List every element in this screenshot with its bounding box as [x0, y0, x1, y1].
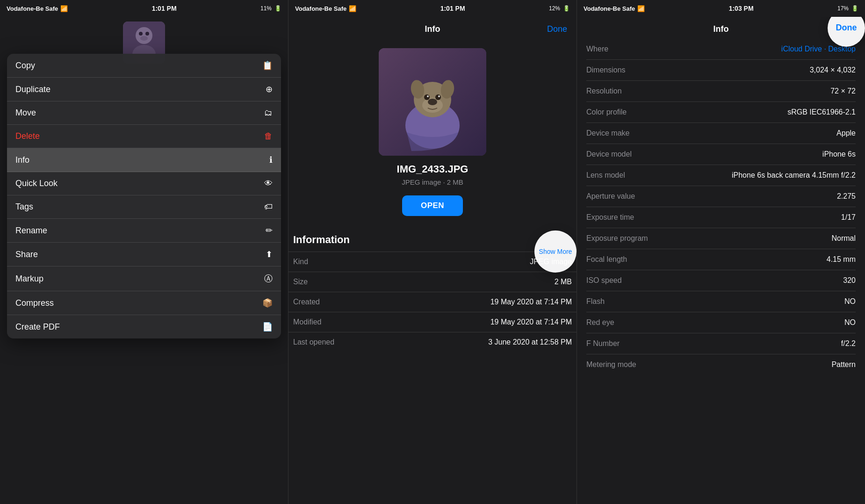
menu-label-tags: Tags	[15, 202, 33, 212]
detail-row: ISO speed320	[586, 270, 856, 291]
svg-point-17	[427, 95, 429, 97]
detail-row: Aperture value2.275	[586, 186, 856, 207]
svg-point-16	[435, 94, 441, 100]
menu-item-compress[interactable]: Compress📦	[7, 291, 281, 315]
detail-row: Device modeliPhone 6s	[586, 144, 856, 165]
info-row: KindJPEG image	[288, 252, 577, 272]
info-row: Last opened3 June 2020 at 12:58 PM	[288, 332, 577, 352]
carrier-3: Vodafone-Be Safe 📶	[584, 5, 645, 12]
detail-value: iPhone 6s back camera 4.15mm f/2.2	[709, 171, 856, 180]
detail-value: iCloud Drive · Desktop	[709, 45, 856, 53]
detail-value: NO	[709, 297, 856, 306]
file-image	[379, 48, 486, 156]
info-row-label: Last opened	[293, 338, 432, 346]
file-preview: IMG_2433.JPG JPEG image · 2 MB OPEN	[288, 39, 577, 234]
detail-value: sRGB IEC61966-2.1	[709, 108, 856, 116]
detail-label: F Number	[586, 339, 709, 348]
menu-icon-createpdf: 📄	[262, 322, 273, 332]
menu-item-quicklook[interactable]: Quick Look👁	[7, 172, 281, 195]
nav-bar-2: Info Done	[288, 17, 577, 39]
menu-label-createpdf: Create PDF	[15, 322, 60, 332]
detail-label: ISO speed	[586, 276, 709, 285]
show-more-label: Show More	[539, 248, 572, 256]
status-bar-3: Vodafone-Be Safe 📶 1:03 PM 17% 🔋	[577, 0, 865, 17]
nav-title-2: Info	[425, 24, 440, 34]
menu-label-markup: Markup	[15, 274, 43, 284]
detail-row: Lens modeliPhone 6s back camera 4.15mm f…	[586, 165, 856, 186]
menu-item-markup[interactable]: MarkupⒶ	[7, 266, 281, 291]
info-row-label: Kind	[293, 258, 432, 266]
svg-point-5	[140, 36, 148, 41]
carrier-1: Vodafone-Be Safe 📶	[7, 5, 68, 12]
detail-value: 3,024 × 4,032	[709, 66, 856, 74]
battery-area-2: 12% 🔋	[549, 5, 570, 12]
detail-value: 320	[709, 276, 856, 285]
menu-item-info[interactable]: Infoℹ	[7, 148, 281, 172]
detail-value: Pattern	[709, 360, 856, 369]
info-row-label: Size	[293, 278, 432, 286]
info-row-value: 19 May 2020 at 7:14 PM	[432, 298, 572, 306]
detail-label: Dimensions	[586, 66, 709, 74]
menu-icon-markup: Ⓐ	[264, 273, 273, 284]
detail-row: Focal length4.15 mm	[586, 249, 856, 270]
detail-label: Aperture value	[586, 192, 709, 201]
menu-item-duplicate[interactable]: Duplicate⊕	[7, 78, 281, 101]
menu-label-copy: Copy	[15, 61, 35, 71]
detail-label: Focal length	[586, 255, 709, 264]
svg-point-18	[438, 95, 440, 97]
panel-info: Vodafone-Be Safe 📶 1:01 PM 12% 🔋 Info Do…	[288, 0, 577, 504]
info-section-title: Information	[293, 234, 350, 246]
svg-point-15	[424, 94, 430, 100]
menu-item-share[interactable]: Share⬆	[7, 243, 281, 266]
menu-icon-copy: 📋	[262, 60, 273, 71]
menu-label-quicklook: Quick Look	[15, 179, 58, 188]
detail-value: NO	[709, 318, 856, 327]
detail-row: Red eyeNO	[586, 312, 856, 333]
svg-point-1	[136, 27, 152, 44]
menu-icon-share: ⬆	[266, 249, 273, 259]
show-more-button[interactable]: Show More	[534, 230, 577, 273]
menu-item-copy[interactable]: Copy📋	[7, 54, 281, 78]
panel3-scroll[interactable]: Info Done WhereiCloud Drive · DesktopDim…	[577, 17, 865, 504]
detail-label: Lens model	[586, 171, 709, 180]
nav-title-3: Info	[714, 24, 729, 34]
detail-row: Exposure time1/17	[586, 207, 856, 228]
file-name: IMG_2433.JPG	[397, 163, 469, 175]
menu-item-tags[interactable]: Tags🏷	[7, 195, 281, 219]
panel2-scroll[interactable]: Info Done	[288, 17, 577, 504]
done-button-2[interactable]: Done	[547, 24, 567, 34]
battery-area-3: 17% 🔋	[837, 5, 858, 12]
time-2: 1:01 PM	[440, 5, 465, 12]
menu-icon-rename: ✏	[266, 225, 273, 236]
time-1: 1:01 PM	[152, 5, 177, 12]
info-section-header: Information Show More	[288, 234, 577, 252]
detail-label: Where	[586, 45, 709, 53]
detail-value: 2.275	[709, 192, 856, 201]
detail-row: WhereiCloud Drive · Desktop	[586, 39, 856, 59]
menu-label-delete: Delete	[15, 131, 40, 141]
detail-label: Flash	[586, 297, 709, 306]
svg-point-3	[139, 32, 143, 36]
detail-row: Resolution72 × 72	[586, 80, 856, 101]
menu-icon-quicklook: 👁	[264, 179, 273, 188]
wifi-icon-3: 📶	[637, 5, 645, 12]
info-rows: KindJPEG imageSize2 MBCreated19 May 2020…	[288, 252, 577, 352]
menu-icon-delete: 🗑	[264, 131, 273, 141]
info-section: Information Show More KindJPEG imageSize…	[288, 234, 577, 361]
battery-icon-1: 🔋	[274, 5, 281, 12]
wifi-icon-2: 📶	[349, 5, 356, 12]
menu-label-rename: Rename	[15, 226, 47, 236]
menu-item-delete[interactable]: Delete🗑	[7, 125, 281, 148]
menu-item-rename[interactable]: Rename✏	[7, 219, 281, 243]
carrier-2: Vodafone-Be Safe 📶	[295, 5, 356, 12]
menu-item-createpdf[interactable]: Create PDF📄	[7, 315, 281, 338]
menu-item-move[interactable]: Move🗂	[7, 101, 281, 125]
menu-icon-info: ℹ	[269, 155, 273, 165]
open-button[interactable]: OPEN	[402, 195, 463, 216]
menu-icon-duplicate: ⊕	[266, 84, 273, 94]
svg-point-14	[428, 99, 437, 105]
detail-value: Normal	[709, 234, 856, 243]
detail-value: f/2.2	[709, 339, 856, 348]
battery-icon-2: 🔋	[563, 5, 570, 12]
detail-label: Exposure program	[586, 234, 709, 243]
